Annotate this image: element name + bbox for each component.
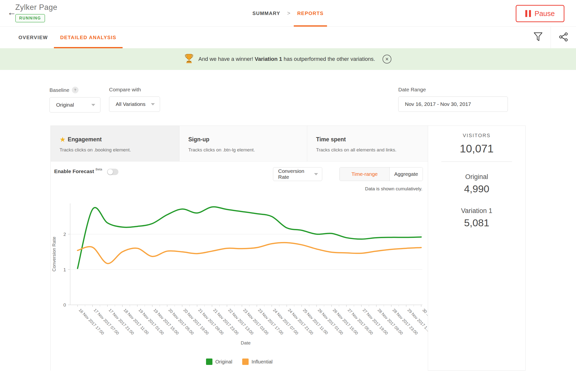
svg-text:23 Nov 2017 03:00: 23 Nov 2017 03:00 xyxy=(242,308,270,336)
svg-text:24 Nov 2017 21:00: 24 Nov 2017 21:00 xyxy=(287,308,314,336)
svg-text:1: 1 xyxy=(63,267,66,272)
svg-text:28 Nov 2017 09:00: 28 Nov 2017 09:00 xyxy=(377,308,404,336)
forecast-control: Enable Forecast Beta xyxy=(54,168,118,175)
cumulative-note: Data is shown cumulatively. xyxy=(365,186,422,192)
toggle-knob-icon xyxy=(108,169,113,175)
tab-overview[interactable]: OVERVIEW xyxy=(12,27,54,48)
winner-message: And we have a winner! Variation 1 has ou… xyxy=(198,56,375,62)
baseline-label: Baseline ? xyxy=(50,87,100,93)
svg-text:26 Nov 2017 01:00: 26 Nov 2017 01:00 xyxy=(317,308,344,336)
chevron-down-icon xyxy=(314,173,318,175)
pause-label: Pause xyxy=(534,10,555,18)
svg-text:25 Nov 2017 11:00: 25 Nov 2017 11:00 xyxy=(302,308,329,335)
chart-legend: Original Influential xyxy=(51,359,428,365)
baseline-field: Baseline ? Original xyxy=(50,87,100,113)
legend-item-influential: Influential xyxy=(242,359,273,365)
enable-forecast-label: Enable Forecast xyxy=(54,168,94,174)
report-card: ★ Engagement Tracks clicks on .booking e… xyxy=(51,125,525,371)
svg-text:Date: Date xyxy=(241,340,251,345)
date-range-field: Date Range xyxy=(398,87,508,112)
svg-text:20 Nov 2017 05:00: 20 Nov 2017 05:00 xyxy=(168,308,195,336)
chart-panel: ★ Engagement Tracks clicks on .booking e… xyxy=(51,126,428,370)
svg-text:22 Nov 2017 13:00: 22 Nov 2017 13:00 xyxy=(228,308,255,336)
panel-divider xyxy=(441,161,512,162)
close-icon[interactable]: × xyxy=(382,55,391,63)
goal-tab-engagement[interactable]: ★ Engagement Tracks clicks on .booking e… xyxy=(51,126,179,161)
aggregate-button[interactable]: Aggregate xyxy=(389,167,423,181)
svg-text:16 Nov 2017 17:00: 16 Nov 2017 17:00 xyxy=(78,308,105,336)
pause-icon xyxy=(525,10,531,17)
visitors-total: 10,071 xyxy=(428,142,525,155)
forecast-toggle[interactable] xyxy=(107,169,118,175)
svg-text:21 Nov 2017 23:00: 21 Nov 2017 23:00 xyxy=(212,308,239,336)
metric-dropdown[interactable]: Conversion Rate xyxy=(273,167,322,181)
goal-tab-timespent[interactable]: Time spent Tracks clicks on all elements… xyxy=(307,126,428,161)
chevron-down-icon xyxy=(151,103,155,105)
svg-text:26 Nov 2017 15:00: 26 Nov 2017 15:00 xyxy=(332,308,359,336)
report-tabs: OVERVIEW DETAILED ANALYSIS xyxy=(0,27,576,48)
svg-text:0: 0 xyxy=(63,302,66,307)
compare-label: Compare with xyxy=(109,87,160,92)
chevron-right-icon: > xyxy=(287,10,290,17)
help-icon[interactable]: ? xyxy=(72,87,79,93)
svg-text:18 Nov 2017 11:00: 18 Nov 2017 11:00 xyxy=(123,308,150,335)
tab-detailed-analysis[interactable]: DETAILED ANALYSIS xyxy=(54,27,122,48)
star-icon: ★ xyxy=(59,137,66,142)
variant-stat-original: Original 4,990 xyxy=(428,173,525,195)
svg-text:19 Nov 2017 15:00: 19 Nov 2017 15:00 xyxy=(153,308,180,336)
share-icon xyxy=(558,32,568,43)
pagesense-report-page: ← Zylker Page RUNNING SUMMARY > REPORTS … xyxy=(0,0,576,392)
svg-text:17 Nov 2017 07:00: 17 Nov 2017 07:00 xyxy=(93,308,120,336)
winner-variation-name: Variation 1 xyxy=(255,56,282,62)
breadcrumb-summary[interactable]: SUMMARY xyxy=(249,0,284,27)
goal-tabs: ★ Engagement Tracks clicks on .booking e… xyxy=(51,126,428,161)
svg-text:30 ...: 30 ... xyxy=(422,308,428,317)
pause-button[interactable]: Pause xyxy=(516,5,564,22)
legend-swatch-influential xyxy=(242,359,249,365)
legend-item-original: Original xyxy=(206,359,232,365)
date-range-label: Date Range xyxy=(398,87,508,92)
legend-swatch-original xyxy=(206,359,212,365)
svg-text:28 Nov 2017 23:00: 28 Nov 2017 23:00 xyxy=(392,308,419,336)
svg-text:23 Nov 2017 17:00: 23 Nov 2017 17:00 xyxy=(257,308,284,336)
svg-text:24 Nov 2017 07:00: 24 Nov 2017 07:00 xyxy=(272,308,299,336)
filters-section: Baseline ? Original Compare with All Var… xyxy=(0,70,576,125)
svg-text:21 Nov 2017 09:00: 21 Nov 2017 09:00 xyxy=(198,308,225,336)
view-toggle-group: Time-range Aggregate xyxy=(340,167,423,181)
time-range-button[interactable]: Time-range xyxy=(340,167,389,181)
trophy-icon xyxy=(185,54,194,65)
goal-tab-signup[interactable]: Sign-up Tracks clicks on .btn-lg element… xyxy=(179,126,307,161)
compare-select[interactable]: All Variations xyxy=(109,96,160,112)
svg-text:27 Nov 2017 05:00: 27 Nov 2017 05:00 xyxy=(347,308,374,336)
svg-text:27 Nov 2017 19:00: 27 Nov 2017 19:00 xyxy=(362,308,389,336)
winner-banner: And we have a winner! Variation 1 has ou… xyxy=(0,48,576,70)
filter-button[interactable] xyxy=(525,27,551,48)
page-title: Zylker Page xyxy=(15,3,57,12)
share-button[interactable] xyxy=(551,27,576,48)
visitors-panel: VISITORS 10,071 Original 4,990 Variation… xyxy=(428,126,525,370)
baseline-select[interactable]: Original xyxy=(50,97,100,113)
svg-text:Conversion Rate: Conversion Rate xyxy=(52,237,57,271)
date-range-input[interactable] xyxy=(398,96,508,112)
svg-text:17 Nov 2017 21:00: 17 Nov 2017 21:00 xyxy=(108,308,135,336)
app-header: ← Zylker Page RUNNING SUMMARY > REPORTS … xyxy=(0,0,576,27)
status-badge: RUNNING xyxy=(15,14,45,22)
conversion-rate-chart: 01216 Nov 2017 17:0017 Nov 2017 07:0017 … xyxy=(51,192,428,351)
experiment-title-block: Zylker Page RUNNING xyxy=(15,3,57,22)
chart-zone: Enable Forecast Beta Conversion Rate Tim… xyxy=(51,161,428,371)
compare-field: Compare with All Variations xyxy=(109,87,160,112)
svg-text:19 Nov 2017 01:00: 19 Nov 2017 01:00 xyxy=(138,308,165,336)
svg-text:2: 2 xyxy=(63,232,66,237)
variant-stat-variation1: Variation 1 5,081 xyxy=(428,207,525,229)
beta-badge: Beta xyxy=(95,167,102,171)
svg-text:20 Nov 2017 19:00: 20 Nov 2017 19:00 xyxy=(183,308,210,336)
chevron-down-icon xyxy=(91,104,95,106)
funnel-icon xyxy=(533,32,543,43)
breadcrumb-reports[interactable]: REPORTS xyxy=(294,0,327,27)
visitors-heading: VISITORS xyxy=(428,133,525,138)
breadcrumb: SUMMARY > REPORTS xyxy=(249,0,327,27)
